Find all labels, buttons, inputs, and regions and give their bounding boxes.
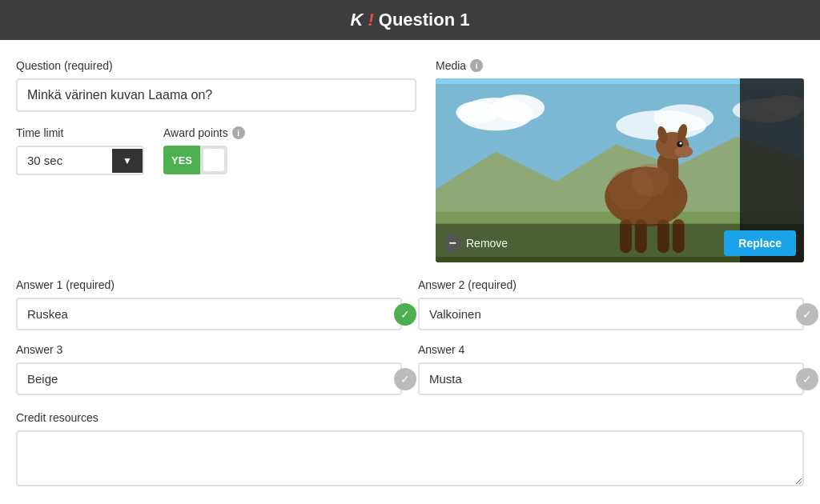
time-limit-group: Time limit 30 sec ▼ (16, 126, 144, 175)
award-points-toggle[interactable]: YES (163, 146, 227, 174)
answer-3-label: Answer 3 (16, 343, 402, 356)
media-label: Media i (436, 59, 804, 72)
credit-label: Credit resources (16, 411, 804, 424)
time-select[interactable]: 30 sec ▼ (16, 146, 144, 175)
answer-1-wrapper: ✓ (16, 298, 402, 330)
time-limit-label: Time limit (16, 126, 144, 139)
logo-exclaim: ! (368, 10, 373, 30)
svg-point-24 (631, 164, 669, 197)
answer-4-check-icon[interactable]: ✓ (796, 368, 818, 390)
answer-4-input[interactable] (418, 362, 804, 395)
answer-3-check-icon[interactable]: ✓ (394, 368, 416, 390)
answer-2-label: Answer 2 (required) (418, 278, 804, 291)
svg-point-14 (675, 146, 693, 158)
replace-button[interactable]: Replace (724, 230, 796, 256)
toggle-yes-label: YES (163, 146, 200, 174)
remove-button[interactable]: − Remove (444, 234, 508, 252)
svg-point-2 (492, 94, 545, 122)
answer-1-input[interactable] (16, 298, 402, 330)
award-points-label: Award points i (163, 126, 245, 139)
answers-row-1: Answer 1 (required) ✓ Answer 2 (required… (16, 278, 804, 330)
time-value: 30 sec (18, 147, 112, 174)
toggle-slider (203, 149, 224, 171)
question-label: Question (required) (16, 59, 416, 72)
answer-1-group: Answer 1 (required) ✓ (16, 278, 402, 330)
answer-4-label: Answer 4 (418, 343, 804, 356)
media-container: − Remove Replace (436, 78, 804, 262)
controls-row: Time limit 30 sec ▼ Award points i (16, 126, 416, 175)
award-points-group: Award points i YES (163, 126, 245, 174)
answer-3-input[interactable] (16, 362, 402, 395)
answers-section: Answer 1 (required) ✓ Answer 2 (required… (16, 278, 804, 395)
main-content: Question (required) Time limit 30 sec ▼ (0, 40, 820, 504)
question-input[interactable] (16, 78, 416, 112)
answer-2-group: Answer 2 (required) ✓ (418, 278, 804, 330)
page-title: Question 1 (379, 10, 470, 30)
answer-3-wrapper: ✓ (16, 362, 402, 395)
left-column: Question (required) Time limit 30 sec ▼ (16, 59, 416, 262)
answer-2-check-icon[interactable]: ✓ (796, 303, 818, 326)
answer-3-group: Answer 3 ✓ (16, 343, 402, 395)
answer-4-wrapper: ✓ (418, 362, 804, 395)
credit-section: Credit resources (16, 411, 804, 490)
media-info-icon[interactable]: i (470, 59, 483, 72)
time-dropdown-btn[interactable]: ▼ (112, 149, 143, 173)
answer-1-check-icon[interactable]: ✓ (394, 303, 416, 326)
answers-row-2: Answer 3 ✓ Answer 4 ✓ (16, 343, 804, 395)
answer-2-input[interactable] (418, 298, 804, 330)
remove-icon: − (444, 234, 461, 252)
media-column: Media i (436, 59, 804, 262)
answer-1-label: Answer 1 (required) (16, 278, 402, 291)
award-points-info-icon[interactable]: i (232, 126, 245, 139)
header: K! Question 1 (0, 0, 820, 40)
credit-textarea[interactable] (16, 430, 804, 486)
logo-k: K (351, 10, 364, 30)
media-controls: − Remove Replace (436, 224, 804, 262)
svg-point-3 (456, 102, 498, 124)
svg-point-18 (680, 142, 682, 145)
answer-2-wrapper: ✓ (418, 298, 804, 330)
answer-4-group: Answer 4 ✓ (418, 343, 804, 395)
